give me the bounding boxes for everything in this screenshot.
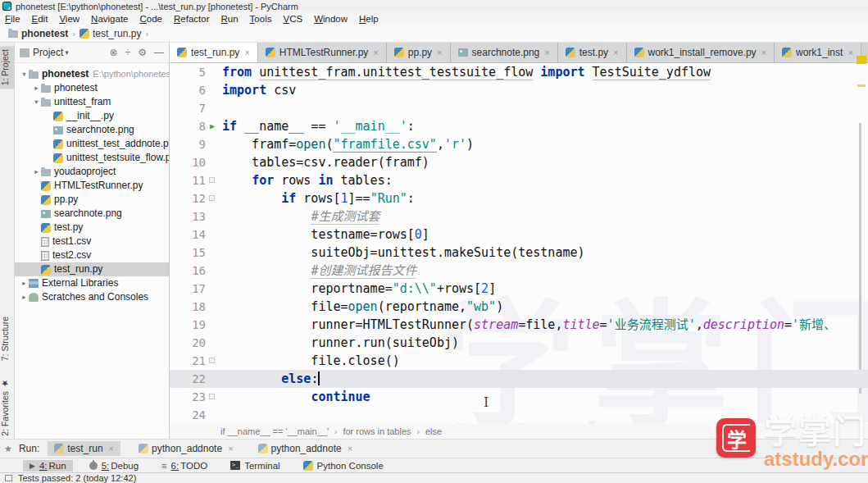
- toolwindow-quick-access-icon[interactable]: [5, 475, 12, 481]
- editor-breadcrumb-item[interactable]: else: [425, 426, 442, 436]
- code-line-8[interactable]: 8▶if __name__ == '__main__':: [170, 117, 868, 135]
- close-tab-icon[interactable]: ×: [109, 444, 114, 453]
- chevron-down-icon[interactable]: ▾: [65, 48, 69, 57]
- editor-tab-test-py[interactable]: test.py×: [558, 43, 627, 62]
- expand-arrow-icon[interactable]: ▸: [32, 165, 41, 179]
- code-line-20[interactable]: 20 runner.run(suiteObj): [170, 334, 868, 352]
- breadcrumb-item[interactable]: test_run.py: [80, 28, 141, 39]
- editor-tab-work1-install-remove-py[interactable]: work1_install_remove.py×: [627, 43, 775, 62]
- tree-item--init-py[interactable]: __init__.py: [15, 109, 169, 123]
- editor-tab-htmltestrunner-py[interactable]: HTMLTestRunner.py×: [258, 43, 387, 62]
- code-line-21[interactable]: 21 file.close(): [170, 352, 868, 370]
- tree-item-test-run-py[interactable]: test_run.py: [15, 262, 169, 276]
- menu-code[interactable]: Code: [140, 14, 163, 24]
- close-tab-icon[interactable]: ×: [373, 48, 378, 57]
- fold-marker-icon[interactable]: [209, 177, 215, 183]
- editor-tab-test-run-py[interactable]: test_run.py×: [170, 43, 258, 62]
- code-line-15[interactable]: 15 suiteObj=unittest.makeSuite(testname): [170, 244, 868, 262]
- fold-marker-icon[interactable]: [209, 394, 215, 399]
- code-line-14[interactable]: 14 testname=rows[0]: [170, 226, 868, 244]
- tree-item-external-libraries[interactable]: ▸External Libraries: [15, 276, 169, 290]
- code-line-13[interactable]: 13 #生成测试套: [170, 207, 868, 226]
- editor-tab-pp-py[interactable]: pp.py×: [387, 43, 451, 62]
- project-panel-title[interactable]: Project: [33, 47, 63, 58]
- tool-stripe-project[interactable]: 1: Project: [0, 46, 15, 89]
- tree-item-unittest-testsuite-flow-py[interactable]: unittest_testsuite_flow.py: [15, 151, 169, 165]
- code-line-16[interactable]: 16 #创建测试报告文件: [170, 262, 868, 280]
- close-tab-icon[interactable]: ×: [848, 48, 852, 57]
- code-line-19[interactable]: 19 runner=HTMLTestRunner(stream=file,tit…: [170, 316, 868, 334]
- collapse-all-icon[interactable]: ÷: [125, 47, 131, 58]
- tree-item-searchnote-png[interactable]: searchnote.png: [15, 207, 169, 221]
- menu-file[interactable]: File: [5, 14, 20, 24]
- tree-item-test-py[interactable]: test.py: [15, 221, 169, 235]
- expand-arrow-icon[interactable]: ▸: [20, 290, 29, 304]
- tree-item-htmltestrunner-py[interactable]: HTMLTestRunner.py: [15, 179, 169, 193]
- run-tab-python_addnote[interactable]: python_addnote×: [252, 441, 360, 456]
- tree-item-phonetest[interactable]: ▾phonetestE:\python\phonetest: [15, 67, 169, 81]
- toolwindow-todo[interactable]: ≡6: TODO: [155, 460, 214, 472]
- expand-arrow-icon[interactable]: ▸: [20, 276, 29, 290]
- code-line-12[interactable]: 12 if rows[1]=="Run":: [170, 189, 868, 207]
- code-line-24[interactable]: 24: [170, 406, 868, 424]
- tree-item-unittest-fram[interactable]: ▾unittest_fram: [15, 95, 169, 109]
- collapse-arrow-icon[interactable]: ▾: [20, 67, 29, 81]
- settings-icon[interactable]: ⚙: [138, 47, 147, 58]
- menu-run[interactable]: Run: [221, 14, 239, 24]
- locate-icon[interactable]: ⊗: [110, 47, 118, 58]
- tree-item-test2-csv[interactable]: test2.csv: [15, 248, 169, 262]
- toolwindow-debug[interactable]: 5: Debug: [83, 460, 145, 472]
- menu-vcs[interactable]: VCS: [283, 14, 302, 24]
- run-tab-test_run[interactable]: test_run×: [48, 441, 120, 456]
- menu-tools[interactable]: Tools: [250, 14, 272, 24]
- code-editor[interactable]: 学掌门 atstudy.c 5from unittest_fram.unitte…: [170, 63, 868, 424]
- hide-icon[interactable]: —: [154, 47, 164, 58]
- toolwindow-run[interactable]: ▶4: Run: [23, 460, 73, 472]
- editor-tab-work1-inst[interactable]: work1_inst×: [775, 43, 861, 62]
- fold-marker-icon[interactable]: [209, 195, 215, 201]
- menu-view[interactable]: View: [59, 14, 80, 24]
- code-line-23[interactable]: 23 continue: [170, 388, 868, 406]
- toolwindow-terminal[interactable]: >_ Terminal: [224, 460, 286, 472]
- code-line-22[interactable]: 22 else:: [170, 370, 868, 388]
- editor-breadcrumb-item[interactable]: for rows in tables: [343, 426, 411, 436]
- close-tab-icon[interactable]: ×: [244, 48, 249, 57]
- collapse-arrow-icon[interactable]: ▾: [32, 95, 41, 109]
- code-line-11[interactable]: 11 for rows in tables:: [170, 171, 868, 189]
- close-tab-icon[interactable]: ×: [613, 48, 618, 57]
- run-gutter-icon[interactable]: ▶: [210, 117, 215, 135]
- close-tab-icon[interactable]: ×: [761, 48, 766, 57]
- code-line-5[interactable]: 5from unittest_fram.unittest_testsuite_f…: [170, 63, 868, 81]
- expand-arrow-icon[interactable]: ▸: [32, 81, 41, 95]
- editor-tab-searchnote-png[interactable]: searchnote.png×: [451, 43, 558, 62]
- code-line-9[interactable]: 9 framf=open("framfile.csv",'r'): [170, 135, 868, 153]
- tree-item-test1-csv[interactable]: test1.csv: [15, 235, 169, 248]
- tree-item-phonetest[interactable]: ▸phonetest: [15, 81, 169, 95]
- editor-breadcrumb-item[interactable]: if __name__ == '__main__': [220, 426, 329, 436]
- tree-item-pp-py[interactable]: pp.py: [15, 193, 169, 207]
- menu-help[interactable]: Help: [359, 14, 379, 24]
- menu-window[interactable]: Window: [314, 14, 348, 24]
- close-tab-icon[interactable]: ×: [348, 444, 352, 453]
- code-line-10[interactable]: 10 tables=csv.reader(framf): [170, 153, 868, 171]
- toolwindow-python-console[interactable]: Python Console: [297, 460, 390, 472]
- tree-item-unittest-test-addnote-py[interactable]: unittest_test_addnote.py: [15, 137, 169, 151]
- tree-item-scratches-and-consoles[interactable]: ▸Scratches and Consoles: [15, 290, 169, 304]
- close-tab-icon[interactable]: ×: [437, 48, 442, 57]
- code-line-6[interactable]: 6import csv: [170, 81, 868, 99]
- run-tab-python_addnote[interactable]: python_addnote×: [132, 441, 240, 456]
- code-line-18[interactable]: 18 file=open(reportname,"wb"): [170, 298, 868, 316]
- menu-navigate[interactable]: Navigate: [91, 14, 128, 24]
- code-line-7[interactable]: 7: [170, 99, 868, 117]
- tree-item-searchnote-png[interactable]: searchnote.png: [15, 123, 169, 137]
- tree-item-youdaoproject[interactable]: ▸youdaoproject: [15, 165, 169, 179]
- close-tab-icon[interactable]: ×: [544, 48, 549, 57]
- fold-marker-icon[interactable]: [209, 358, 215, 363]
- tool-stripe-structure[interactable]: 7: Structure: [0, 313, 15, 364]
- breadcrumb-item[interactable]: phonetest: [8, 28, 68, 39]
- code-line-17[interactable]: 17 reportname="d:\\"+rows[2]: [170, 280, 868, 298]
- menu-edit[interactable]: Edit: [32, 14, 48, 24]
- menu-refactor[interactable]: Refactor: [174, 14, 209, 24]
- tool-stripe-favorites[interactable]: 2: Favorites ★: [0, 376, 15, 440]
- close-tab-icon[interactable]: ×: [228, 444, 233, 453]
